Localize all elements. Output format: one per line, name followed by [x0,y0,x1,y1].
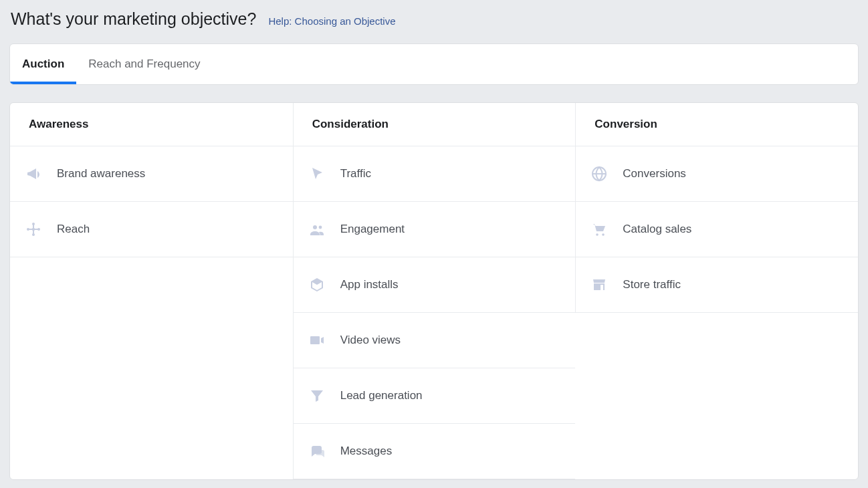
col-header-awareness: Awareness [10,103,293,146]
col-conversion: Conversion Conversions Catalog sales Sto… [575,103,858,479]
objective-video-views[interactable]: Video views [293,313,576,368]
tab-label: Auction [22,57,64,71]
col-header-consideration: Consideration [293,103,576,146]
page-title: What's your marketing objective? [11,9,256,29]
tabs-bar: Auction Reach and Frequency [9,43,859,85]
col-header-conversion: Conversion [575,103,858,146]
people-icon [308,221,326,238]
svg-point-8 [596,233,599,236]
globe-icon [590,165,608,182]
objective-messages[interactable]: Messages [293,424,576,479]
funnel-icon [308,387,326,404]
objective-reach[interactable]: Reach [10,202,293,257]
network-icon [25,221,42,238]
col-consideration: Consideration Traffic Engagement App ins… [293,103,576,479]
objective-label: Brand awareness [57,167,145,180]
help-link[interactable]: Help: Choosing an Objective [268,15,395,27]
objective-brand-awareness[interactable]: Brand awareness [10,146,293,202]
col-awareness: Awareness Brand awareness Reach [10,103,293,479]
objective-label: Catalog sales [623,223,691,236]
objective-label: Conversions [623,167,686,180]
video-icon [308,332,326,349]
objective-label: Store traffic [623,278,681,291]
objective-app-installs[interactable]: App installs [293,257,576,313]
svg-point-9 [603,233,605,236]
objective-engagement[interactable]: Engagement [293,202,576,257]
svg-point-5 [313,225,317,229]
tab-auction[interactable]: Auction [10,44,76,84]
objective-label: App installs [340,278,399,291]
objective-label: Reach [57,223,90,236]
objective-label: Lead generation [340,389,423,402]
objective-lead-generation[interactable]: Lead generation [293,368,576,424]
cart-icon [590,221,608,238]
objective-traffic[interactable]: Traffic [293,146,576,202]
objective-label: Traffic [340,167,371,180]
cursor-icon [308,165,326,182]
svg-point-6 [318,226,322,229]
objective-label: Engagement [340,223,405,236]
tab-label: Reach and Frequency [88,57,200,71]
objectives-card: Awareness Brand awareness Reach Consider… [9,102,859,480]
tab-reach-frequency[interactable]: Reach and Frequency [76,44,212,84]
cube-icon [308,276,326,293]
objective-conversions[interactable]: Conversions [575,146,858,202]
megaphone-icon [25,165,42,182]
objective-label: Video views [340,334,401,347]
objective-catalog-sales[interactable]: Catalog sales [575,202,858,257]
objective-label: Messages [340,445,392,458]
objective-store-traffic[interactable]: Store traffic [575,257,858,313]
store-icon [590,276,608,293]
chat-icon [308,443,326,460]
